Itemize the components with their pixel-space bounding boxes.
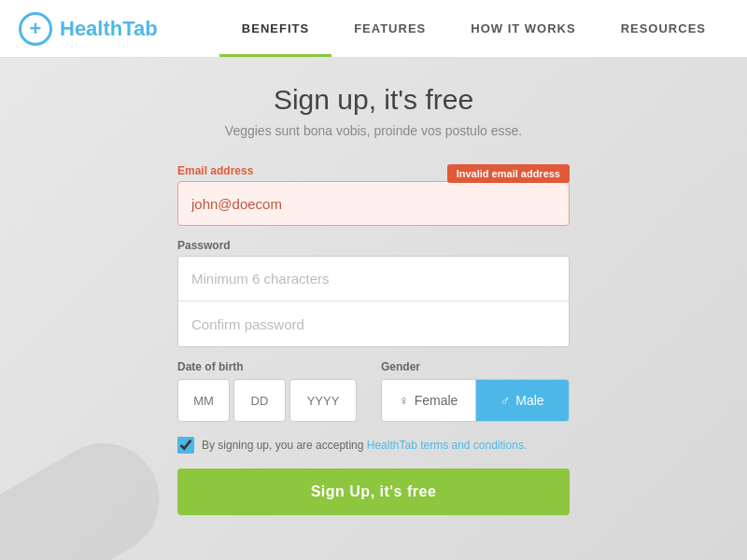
password-inputs: [177, 256, 570, 347]
password-group: Password: [177, 239, 570, 347]
male-icon: ♂: [500, 393, 511, 408]
terms-row: By signing up, you are accepting HealthT…: [177, 437, 570, 454]
dob-gender-row: Date of birth Gender ♀ Female ♂ Male: [177, 360, 570, 422]
dob-section: Date of birth: [177, 360, 366, 422]
nav-item-features[interactable]: FEATURES: [331, 0, 448, 57]
terms-checkbox[interactable]: [177, 437, 194, 454]
logo[interactable]: + HealthTab: [19, 12, 158, 46]
female-icon: ♀: [399, 393, 409, 408]
password-input[interactable]: [178, 257, 569, 301]
email-input[interactable]: [177, 181, 570, 226]
gender-buttons: ♀ Female ♂ Male: [381, 379, 570, 422]
signup-button[interactable]: Sign Up, it's free: [177, 469, 570, 515]
male-button[interactable]: ♂ Male: [476, 380, 570, 421]
female-button[interactable]: ♀ Female: [382, 380, 476, 421]
terms-text: By signing up, you are accepting HealthT…: [202, 439, 527, 452]
dob-inputs: [177, 379, 366, 422]
page-title: Sign up, it's free: [274, 84, 473, 116]
nav-item-how-it-works[interactable]: HOW IT WORKS: [448, 0, 598, 57]
terms-link[interactable]: HealthTab terms and conditions.: [367, 439, 527, 452]
main-content: Sign up, it's free Veggies sunt bona vob…: [0, 58, 747, 560]
logo-icon: +: [19, 12, 52, 46]
email-error-badge: Invalid email address: [447, 164, 570, 183]
dob-mm-input[interactable]: [177, 379, 230, 422]
nav-links: BENEFITS FEATURES HOW IT WORKS RESOURCES: [219, 0, 728, 57]
dob-dd-input[interactable]: [233, 379, 286, 422]
nav-item-benefits[interactable]: BENEFITS: [219, 0, 331, 57]
dob-label: Date of birth: [177, 360, 366, 373]
confirm-password-input[interactable]: [178, 301, 569, 346]
gender-section: Gender ♀ Female ♂ Male: [381, 360, 570, 422]
email-group: Email address Invalid email address: [177, 164, 570, 226]
password-label: Password: [177, 239, 570, 252]
signup-form: Email address Invalid email address Pass…: [177, 164, 570, 515]
gender-label: Gender: [381, 360, 570, 373]
page-subtitle: Veggies sunt bona vobis, proinde vos pos…: [225, 123, 522, 138]
dob-yyyy-input[interactable]: [289, 379, 357, 422]
logo-text: HealthTab: [60, 17, 158, 41]
navbar: + HealthTab BENEFITS FEATURES HOW IT WOR…: [0, 0, 747, 58]
nav-item-resources[interactable]: RESOURCES: [599, 0, 728, 57]
